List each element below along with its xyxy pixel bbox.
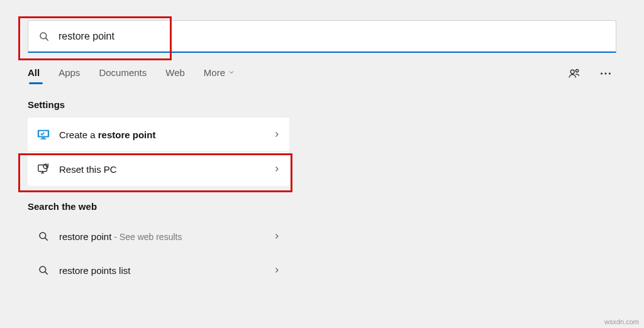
tab-documents[interactable]: Documents [99,67,147,83]
tab-underline [29,82,43,84]
result-web-restore-points-list[interactable]: restore points list [28,253,289,287]
svg-point-2 [570,70,574,74]
svg-line-1 [46,38,48,40]
chevron-right-icon [273,231,280,242]
system-properties-icon [36,128,50,141]
svg-point-6 [609,72,611,74]
svg-point-5 [604,72,606,74]
tab-more-label: More [204,67,225,78]
watermark: wsxdn.com [604,318,639,325]
result-text-sub: - See web results [111,232,182,242]
tab-more[interactable]: More [204,67,235,83]
filter-tabs: All Apps Documents Web More [28,67,567,83]
result-text-bold: restore point [98,129,156,140]
search-icon [36,231,50,242]
svg-rect-10 [40,138,46,139]
svg-point-3 [575,69,578,72]
chevron-right-icon [273,129,280,140]
tab-apps[interactable]: Apps [58,67,80,83]
svg-point-0 [40,33,47,39]
result-label: restore points list [59,265,264,276]
result-reset-this-pc[interactable]: Reset this PC [28,152,289,186]
result-label: restore point - See web results [59,231,264,242]
group-title-web: Search the web [28,201,616,212]
search-input[interactable] [58,31,606,42]
chevron-down-icon [228,68,235,76]
result-text-main: restore point [59,231,111,242]
svg-line-15 [45,238,48,241]
chevron-right-icon [273,265,280,276]
svg-point-14 [40,232,46,239]
result-text-prefix: Create a [59,129,98,140]
tab-web[interactable]: Web [165,67,185,83]
people-icon[interactable] [567,67,581,83]
reset-pc-icon [36,162,50,176]
search-icon [38,31,50,42]
result-label: Reset this PC [59,164,264,175]
result-web-restore-point[interactable]: restore point - See web results [28,219,289,253]
svg-rect-9 [42,138,45,139]
result-label: Create a restore point [59,129,264,140]
svg-line-17 [45,272,48,275]
filter-row: All Apps Documents Web More [0,53,644,83]
tab-all[interactable]: All [28,67,40,83]
search-box[interactable] [28,20,616,53]
search-icon [36,265,50,276]
svg-point-16 [40,266,46,273]
svg-rect-11 [38,165,47,172]
more-options-icon[interactable] [599,67,613,83]
group-title-settings: Settings [28,99,616,110]
result-create-restore-point[interactable]: Create a restore point [28,118,289,151]
chevron-right-icon [273,164,280,175]
svg-point-4 [601,72,602,74]
